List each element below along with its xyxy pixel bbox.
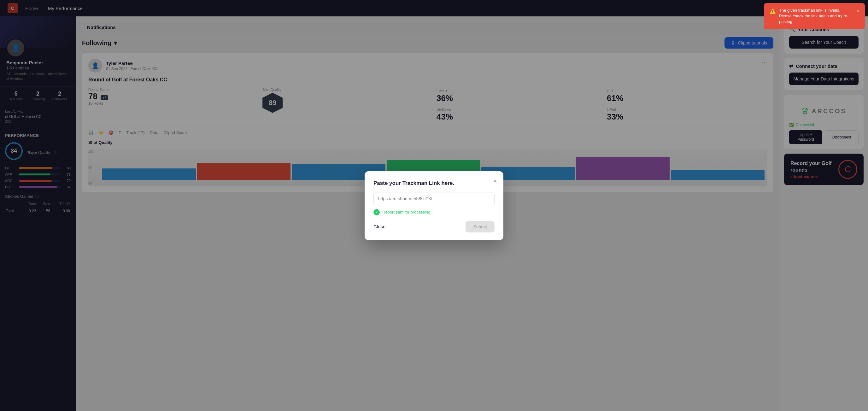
error-toast: ⚠️ The given trackman link is invalid. P… <box>764 3 865 29</box>
warning-icon: ⚠️ <box>770 8 776 15</box>
modal-close-x-button[interactable]: × <box>493 178 497 185</box>
success-message: ✓ Report sent for processing <box>373 209 495 215</box>
modal-footer: Close Submit <box>373 221 495 232</box>
toast-message: The given trackman link is invalid. Plea… <box>779 7 853 25</box>
trackman-modal: Paste your Trackman Link here. × ✓ Repor… <box>365 171 503 240</box>
modal-submit-button[interactable]: Submit <box>466 221 495 232</box>
toast-close-button[interactable]: × <box>856 7 859 14</box>
modal-title: Paste your Trackman Link here. <box>373 180 495 186</box>
trackman-link-input[interactable] <box>373 192 495 205</box>
modal-overlay: Paste your Trackman Link here. × ✓ Repor… <box>0 0 868 411</box>
modal-close-button[interactable]: Close <box>373 224 385 229</box>
check-icon: ✓ <box>373 209 380 215</box>
success-text: Report sent for processing <box>382 210 430 215</box>
